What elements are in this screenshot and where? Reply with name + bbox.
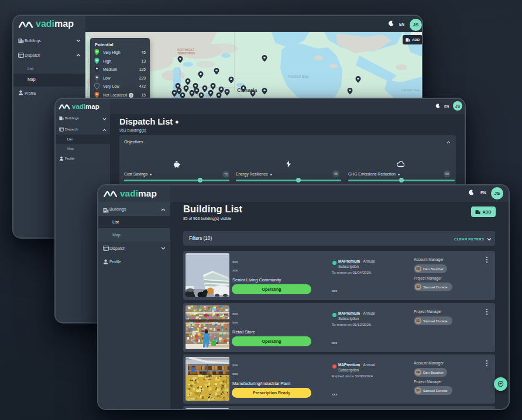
svg-text:Hudson Bay: Hudson Bay [288,74,309,79]
svg-text:TERRITORIES: TERRITORIES [177,52,195,55]
svg-text:NORTHWEST: NORTHWEST [177,49,194,51]
svg-text:Labrador Sea: Labrador Sea [401,88,420,92]
